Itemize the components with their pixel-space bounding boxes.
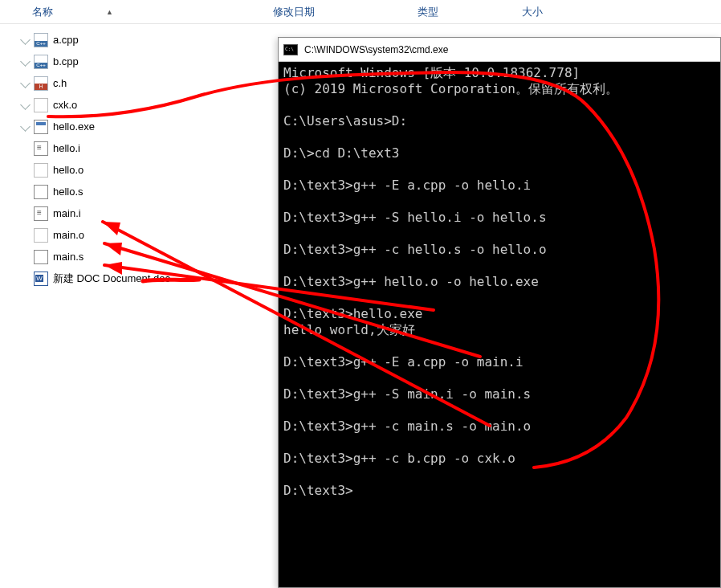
file-row[interactable]: hello.s — [16, 181, 273, 202]
file-name-label: main.s — [53, 251, 84, 263]
sort-ascending-icon: ▲ — [106, 8, 113, 16]
file-row[interactable]: hello.exe — [16, 116, 273, 137]
file-row[interactable]: main.o — [16, 224, 273, 246]
file-row[interactable]: hello.o — [16, 159, 273, 181]
cmd-window[interactable]: C:\WINDOWS\system32\cmd.exe Microsoft Wi… — [278, 37, 721, 588]
file-name-label: hello.s — [53, 186, 84, 198]
pin-icon — [21, 123, 29, 131]
file-row[interactable]: hello.i — [16, 137, 273, 159]
file-name-label: main.o — [53, 229, 84, 241]
column-size-label: 大小 — [522, 6, 543, 18]
cmd-icon — [283, 44, 298, 55]
s-file-icon — [34, 185, 48, 199]
cpp-file-icon — [34, 55, 48, 69]
pin-icon — [21, 101, 29, 109]
file-row[interactable]: main.i — [16, 202, 273, 224]
file-name-label: cxk.o — [53, 99, 77, 111]
pin-icon — [21, 36, 29, 44]
file-row[interactable]: cxk.o — [16, 94, 273, 116]
pin-icon — [21, 58, 29, 66]
pin-icon — [21, 80, 29, 88]
cmd-output[interactable]: Microsoft Windows [版本 10.0.18362.778] (c… — [279, 62, 720, 502]
file-name-label: c.h — [53, 77, 67, 89]
file-row[interactable]: main.s — [16, 246, 273, 267]
file-name-label: a.cpp — [53, 34, 79, 46]
i-file-icon — [34, 141, 48, 156]
file-name-label: 新建 DOC Document.doc — [53, 272, 170, 286]
file-row[interactable]: c.h — [16, 72, 273, 94]
i-file-icon — [34, 206, 48, 221]
file-name-label: hello.o — [53, 164, 84, 176]
explorer-column-header[interactable]: 名称 ▲ 修改日期 类型 大小 — [0, 0, 721, 24]
blank-file-icon — [34, 228, 48, 243]
exe-file-icon — [34, 120, 48, 134]
blank-file-icon — [34, 163, 48, 178]
column-name[interactable]: 名称 ▲ — [32, 5, 273, 19]
file-name-label: hello.exe — [53, 120, 95, 133]
cmd-title: C:\WINDOWS\system32\cmd.exe — [304, 44, 448, 55]
file-name-label: main.i — [53, 207, 81, 219]
cpp-file-icon — [34, 33, 48, 47]
cmd-titlebar[interactable]: C:\WINDOWS\system32\cmd.exe — [279, 38, 720, 62]
file-row[interactable]: 新建 DOC Document.doc — [16, 267, 273, 289]
column-type[interactable]: 类型 — [418, 5, 522, 19]
column-date-label: 修改日期 — [273, 6, 315, 18]
column-name-label: 名称 — [32, 5, 53, 19]
column-type-label: 类型 — [418, 6, 438, 18]
file-name-label: b.cpp — [53, 55, 79, 67]
column-size[interactable]: 大小 — [522, 5, 594, 19]
file-list[interactable]: a.cppb.cppc.hcxk.ohello.exehello.ihello.… — [0, 24, 273, 289]
file-row[interactable]: a.cpp — [16, 29, 273, 51]
file-row[interactable]: b.cpp — [16, 51, 273, 72]
doc-file-icon — [34, 272, 48, 286]
blank-file-icon — [34, 98, 48, 112]
s-file-icon — [34, 250, 48, 264]
h-file-icon — [34, 76, 48, 91]
column-date[interactable]: 修改日期 — [273, 5, 418, 19]
file-name-label: hello.i — [53, 142, 80, 154]
